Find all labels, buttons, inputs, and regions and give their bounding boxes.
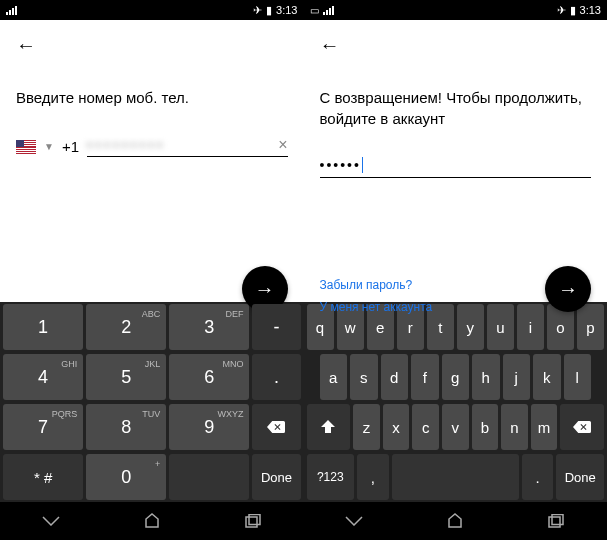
key-c[interactable]: c [412,404,439,450]
nav-back-icon[interactable] [342,509,366,533]
key-a[interactable]: a [320,354,348,400]
page-heading: С возвращением! Чтобы продолжить, войдит… [320,87,592,129]
key-i[interactable]: i [517,304,544,350]
screen-password-entry: ▭ ✈ ▮ 3:13 ← С возвращением! Чтобы продо… [304,0,608,540]
content-area: ← С возвращением! Чтобы продолжить, войд… [304,20,608,302]
numeric-keyboard: 1 ABC2 DEF3 - GHI4 JKL5 MNO6 . PQRS7 TUV… [0,302,304,502]
key-done[interactable]: Done [252,454,300,500]
page-heading: Введите номер моб. тел. [16,87,288,108]
key-2[interactable]: ABC2 [86,304,166,350]
back-button[interactable]: ← [16,34,288,57]
key-3[interactable]: DEF3 [169,304,249,350]
key-u[interactable]: u [487,304,514,350]
key-l[interactable]: l [564,354,592,400]
svg-rect-0 [246,517,257,527]
signal-icon [6,5,17,15]
nav-recents-icon[interactable] [241,509,265,533]
flag-us-icon[interactable] [16,140,36,154]
key-5[interactable]: JKL5 [86,354,166,400]
airplane-icon: ✈ [557,4,566,17]
key-f[interactable]: f [411,354,439,400]
android-navbar [304,502,608,540]
airplane-icon: ✈ [253,4,262,17]
key-g[interactable]: g [442,354,470,400]
status-time: 3:13 [580,4,601,16]
key-backspace[interactable] [252,404,300,450]
content-area: ← Введите номер моб. тел. ▼ +1 • • • • •… [0,20,304,302]
signal-icon [323,5,334,15]
key-d[interactable]: d [381,354,409,400]
status-bar: ✈ ▮ 3:13 [0,0,304,20]
key-backspace[interactable] [560,404,604,450]
key-dash[interactable]: - [252,304,300,350]
phone-input-row: ▼ +1 • • • • • • • • • × [16,136,288,157]
battery-icon: ▮ [266,4,272,17]
status-bar: ▭ ✈ ▮ 3:13 [304,0,608,20]
key-symbols[interactable]: * # [3,454,83,500]
nav-recents-icon[interactable] [544,509,568,533]
key-8[interactable]: TUV8 [86,404,166,450]
key-shift[interactable] [307,404,351,450]
key-v[interactable]: v [442,404,469,450]
back-button[interactable]: ← [320,34,592,57]
qwerty-keyboard: qwertyuiop asdfghjkl zxcvbnm ?123 , . Do… [304,302,608,502]
key-s[interactable]: s [350,354,378,400]
svg-rect-2 [549,517,560,527]
chevron-down-icon[interactable]: ▼ [44,141,54,152]
phone-value-blurred: • • • • • • • • • [87,137,278,153]
clear-icon[interactable]: × [278,136,287,154]
key-7[interactable]: PQRS7 [3,404,83,450]
key-comma[interactable]: , [357,454,389,500]
nav-home-icon[interactable] [443,509,467,533]
key-m[interactable]: m [531,404,558,450]
key-b[interactable]: b [472,404,499,450]
key-4[interactable]: GHI4 [3,354,83,400]
status-time: 3:13 [276,4,297,16]
svg-rect-1 [249,515,260,525]
key-z[interactable]: z [353,404,380,450]
android-navbar [0,502,304,540]
battery-icon: ▮ [570,4,576,17]
phone-number-input[interactable]: • • • • • • • • • × [87,136,287,157]
key-done[interactable]: Done [556,454,604,500]
screenshot-icon: ▭ [310,5,319,16]
key-space[interactable] [392,454,519,500]
no-account-link[interactable]: У меня нет аккаунта [320,300,433,314]
key-spacer[interactable] [169,454,249,500]
key-period[interactable]: . [252,354,300,400]
password-input[interactable]: •••••• [320,157,592,178]
nav-home-icon[interactable] [140,509,164,533]
key-9[interactable]: WXYZ9 [169,404,249,450]
key-y[interactable]: y [457,304,484,350]
key-n[interactable]: n [501,404,528,450]
key-h[interactable]: h [472,354,500,400]
forgot-password-link[interactable]: Забыли пароль? [320,278,433,292]
key-6[interactable]: MNO6 [169,354,249,400]
svg-rect-3 [552,515,563,525]
key-p[interactable]: p [577,304,604,350]
key-x[interactable]: x [383,404,410,450]
key-0[interactable]: +0 [86,454,166,500]
key-dot[interactable]: . [522,454,554,500]
key-1[interactable]: 1 [3,304,83,350]
next-button[interactable]: → [545,266,591,312]
key-symbols[interactable]: ?123 [307,454,355,500]
country-code: +1 [62,138,79,155]
help-links: Забыли пароль? У меня нет аккаунта [320,278,433,322]
nav-back-icon[interactable] [39,509,63,533]
screen-phone-entry: ✈ ▮ 3:13 ← Введите номер моб. тел. ▼ +1 … [0,0,304,540]
key-j[interactable]: j [503,354,531,400]
key-k[interactable]: k [533,354,561,400]
